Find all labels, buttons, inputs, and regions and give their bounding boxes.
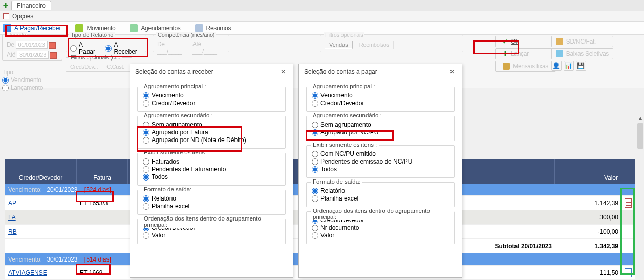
tb-movimento[interactable]: Movimento	[75, 24, 115, 32]
radio-credor[interactable]: Credor/Devedor	[143, 99, 280, 107]
radio-credor[interactable]: Credor/Devedor	[312, 99, 449, 107]
radio-com-ncpu[interactable]: Com NC/PU emitido	[312, 150, 449, 157]
radio-label: Relatório	[320, 187, 345, 194]
radio-label: Vencimento	[11, 76, 41, 84]
radio-todos[interactable]: Todos	[143, 173, 280, 181]
radio-por-fatura[interactable]: Agrupado por Fatura	[143, 129, 280, 136]
ccust-btn[interactable]: C.Cust.	[106, 64, 124, 70]
tool-icon-3[interactable]: 💾	[576, 61, 586, 71]
radio-label: Sem agrupamento	[152, 121, 202, 128]
scroll-up-icon[interactable]: ▴	[636, 114, 644, 122]
tb-resumos[interactable]: Resumos	[195, 24, 231, 32]
user-icon: 👤	[552, 62, 560, 69]
radio-por-ncpu[interactable]: Agrupado por NC/PU	[312, 129, 449, 136]
col-valor[interactable]: Valor	[555, 159, 621, 184]
radio-planilha[interactable]: Planilha excel	[312, 195, 449, 202]
dialog-contas-receber: Seleção do contas a receber ✕ Agrupament…	[130, 64, 293, 278]
radio-label: Relatório	[152, 195, 176, 202]
radio-label: A Pagar	[79, 41, 100, 55]
credor-link[interactable]: AP	[8, 199, 16, 207]
radio-ord-nrdoc[interactable]: Nr documento	[312, 224, 449, 231]
credor-link[interactable]: ATVIAGENSE	[8, 269, 47, 276]
radio-vencimento[interactable]	[2, 77, 9, 84]
tb-a-pagar-receber[interactable]: A Pagar/Receber	[3, 24, 61, 32]
radio-relatorio[interactable]: Relatório	[143, 195, 280, 202]
comp-ate[interactable]: Até ___/____	[192, 41, 225, 55]
tb-label: Movimento	[87, 25, 115, 32]
sdnc-button[interactable]: SD/NC/Fat.	[551, 36, 613, 47]
new-tab-icon[interactable]: ✚	[2, 2, 9, 9]
radio-pendentes-fat[interactable]: Pendentes de Faturamento	[143, 166, 280, 173]
radio-label: Com NC/PU emitido	[320, 150, 376, 157]
row-doc-icon[interactable]	[625, 268, 632, 277]
box-icon	[556, 50, 563, 57]
radio-a-receber[interactable]: A Receber	[105, 41, 142, 55]
scroll-thumb[interactable]	[637, 123, 643, 149]
baixas-button[interactable]: Baixas Seletivas	[551, 48, 613, 59]
calendar-icon	[130, 24, 138, 32]
tab-financeiro[interactable]: Financeiro	[11, 1, 51, 10]
btn-label: SD/NC/Fat.	[566, 38, 596, 45]
btn-label: Ok	[511, 38, 519, 45]
radio-ord-valor[interactable]: Valor	[312, 232, 449, 239]
radio-label: Sem agrupamento	[320, 121, 371, 128]
radio-planilha[interactable]: Planilha excel	[143, 203, 280, 210]
valor-cell: 111,50	[555, 269, 621, 276]
de-label: De	[7, 41, 14, 48]
radio-vencimento[interactable]: Vencimento	[143, 92, 280, 99]
tb-label: Agendamentos	[141, 25, 180, 32]
fs-title: Ordenação dos itens dentro do agrupament…	[142, 215, 285, 228]
radio-vencimento[interactable]: Vencimento	[312, 92, 449, 99]
radio-por-nd[interactable]: Agrupado por ND (Nota de Débito)	[143, 136, 280, 144]
tab-vendas[interactable]: Vendas	[325, 41, 353, 49]
group-date: 30/01/2023	[47, 256, 77, 263]
radio-pend-ncpu[interactable]: Pendentes de emissão de NC/PU	[312, 158, 449, 165]
row-doc-icon[interactable]	[625, 198, 632, 208]
radio-label: Agrupado por NC/PU	[320, 129, 378, 136]
scrollbar[interactable]: ▴	[636, 114, 644, 278]
comp-de[interactable]: De ___/____	[157, 41, 188, 55]
radio-label: Lançamento	[11, 84, 43, 91]
date-ate[interactable]: 30/01/2023	[17, 51, 49, 59]
btn-label: Mensais fixas	[513, 63, 548, 70]
radio-label: Planilha excel	[320, 195, 358, 202]
calendar-icon[interactable]	[50, 52, 57, 59]
dialog-title: Seleção do contas a pagar	[304, 68, 377, 75]
fatura-cell: FT 1669	[77, 269, 128, 276]
radio-faturados[interactable]: Faturados	[143, 158, 280, 165]
close-icon[interactable]: ✕	[278, 67, 288, 76]
tb-agendamentos[interactable]: Agendamentos	[130, 24, 180, 32]
radio-todos[interactable]: Todos	[312, 166, 449, 173]
btn-label: Baixas Seletivas	[566, 50, 609, 57]
tab-reembolsos[interactable]: Reembolsos	[355, 41, 394, 49]
menu-opcoes[interactable]: Opções	[12, 13, 33, 20]
valor-cell: 1.142,39	[555, 199, 621, 207]
cred-dev-btn[interactable]: Cred./Dev...	[70, 64, 98, 70]
lancar-button[interactable]: ✚Lançar	[495, 48, 556, 59]
radio-label: Credor/Devedor	[320, 99, 364, 107]
radio-sem-agrup[interactable]: Sem agrupamento	[312, 121, 449, 128]
radio-ord-valor[interactable]: Valor	[143, 232, 280, 239]
credor-link[interactable]: FA	[8, 214, 16, 221]
radio-sem-agrup[interactable]: Sem agrupamento	[143, 121, 280, 128]
col-credor[interactable]: Credor/Devedor	[5, 159, 77, 184]
filtros-opcionais-label: Filtros opcionais	[324, 32, 364, 38]
calendar-icon[interactable]	[49, 42, 56, 49]
date-de[interactable]: 01/01/2023	[16, 41, 48, 49]
tool-icon-2[interactable]: 📊	[564, 61, 574, 71]
tool-icon-1[interactable]: 👤	[551, 61, 562, 71]
credor-link[interactable]: RB	[8, 228, 17, 235]
fs-title: Agrupamento principal :	[142, 83, 208, 89]
close-icon[interactable]: ✕	[447, 67, 457, 76]
col-fatura[interactable]: Fatura	[77, 159, 128, 184]
mensais-button[interactable]: Mensais fixas	[495, 61, 556, 72]
radio-relatorio[interactable]: Relatório	[312, 187, 449, 194]
radio-lancamento[interactable]	[2, 85, 9, 91]
radio-label: Credor/Devedor	[152, 99, 195, 107]
fs-title: Formato de saída:	[142, 186, 194, 192]
check-icon: ✔	[503, 38, 508, 45]
ok-button[interactable]: ✔Ok	[495, 36, 556, 47]
radio-a-pagar[interactable]: A Pagar	[70, 41, 100, 55]
radio-label: Faturados	[152, 158, 179, 165]
radio-label: Valor	[320, 232, 334, 239]
